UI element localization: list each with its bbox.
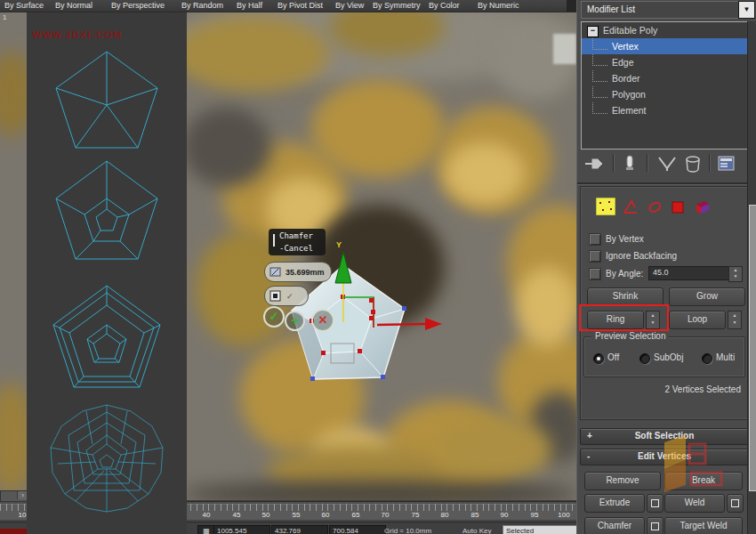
menu-by-symmetry[interactable]: By Symmetry	[373, 1, 421, 10]
ruler-label: 80	[441, 511, 449, 519]
loop-button[interactable]: Loop	[669, 311, 726, 329]
ruler-label: 95	[531, 511, 539, 519]
by-vertex-label[interactable]: By Vertex	[606, 234, 644, 244]
panel-scrollbar-thumb[interactable]	[749, 205, 756, 491]
loop-spinner[interactable]: ▲▼	[728, 311, 742, 329]
stack-row-vertex[interactable]: Vertex	[582, 38, 747, 54]
target-weld-button[interactable]: Target Weld	[664, 517, 743, 534]
remove-button[interactable]: Remove	[584, 472, 661, 490]
menu-by-perspective[interactable]: By Perspective	[111, 1, 165, 10]
subobject-vertex-icon[interactable]	[596, 198, 615, 215]
make-unique-icon[interactable]	[657, 156, 680, 172]
ruler-label: 65	[352, 511, 360, 519]
soft-selection-rollout-header[interactable]: + Soft Selection	[580, 428, 749, 445]
collapse-icon[interactable]: −	[587, 26, 599, 37]
caddy-tooltip-line2: -Cancel	[279, 242, 326, 255]
watermark-text: WWW.3DXF.COM	[32, 29, 122, 40]
ignore-backfacing-label[interactable]: Ignore Backfacing	[606, 251, 677, 261]
extrude-button[interactable]: Extrude	[584, 494, 645, 513]
by-angle-field[interactable]: 45.0	[648, 266, 730, 280]
preview-off-label[interactable]: Off	[607, 352, 619, 362]
stack-row-element[interactable]: Element	[582, 102, 747, 118]
caddy-amount-field[interactable]: 35.699mm	[264, 262, 332, 282]
remove-modifier-icon[interactable]	[684, 155, 702, 173]
transform-typein-icon[interactable]: ▦	[197, 525, 215, 534]
chamfer-amount-icon	[269, 266, 283, 278]
subobject-element-icon[interactable]	[694, 198, 712, 215]
by-angle-spinner[interactable]: ▲▼	[728, 266, 743, 282]
collapse-minus-icon[interactable]: -	[587, 449, 590, 464]
menu-by-normal[interactable]: By Normal	[55, 1, 92, 10]
horizontal-scrollbar[interactable]: ›	[0, 490, 28, 502]
menu-by-pivot-dist[interactable]: By Pivot Dist	[277, 1, 323, 10]
edit-vertices-title[interactable]: Edit Vertices	[638, 451, 691, 461]
preview-multi-radio[interactable]	[702, 353, 712, 364]
subobject-polygon-icon[interactable]	[672, 201, 685, 214]
pin-stack-icon[interactable]	[584, 155, 604, 173]
preview-multi-label[interactable]: Multi	[716, 352, 735, 362]
menu-by-surface[interactable]: By Surface	[4, 1, 44, 10]
ignore-backfacing-checkbox[interactable]	[589, 250, 601, 263]
extrude-settings-button[interactable]	[647, 494, 664, 513]
ruler-label: 40	[203, 511, 211, 519]
toggle-check-glyph: ✓	[286, 292, 294, 301]
break-button[interactable]: Break	[664, 472, 743, 490]
stack-root-label[interactable]: Editable Poly	[603, 22, 657, 38]
stack-row-edge[interactable]: Edge	[582, 54, 747, 70]
stack-item-label[interactable]: Polygon	[612, 86, 646, 102]
soft-selection-title[interactable]: Soft Selection	[635, 431, 695, 441]
caddy-apply-button[interactable]: +	[285, 311, 305, 331]
y-axis-label: Y	[336, 240, 342, 249]
stack-row-editable-poly[interactable]: − Editable Poly	[582, 22, 747, 38]
ruler-label: 45	[233, 511, 241, 519]
by-vertex-checkbox[interactable]	[589, 233, 601, 246]
stack-row-border[interactable]: Border	[582, 70, 747, 86]
grid-size-label: Grid = 10.0mm	[384, 527, 431, 534]
menu-by-view[interactable]: By View	[335, 1, 364, 10]
caddy-open-chamfer-toggle[interactable]: ✓	[264, 286, 309, 306]
photo-detail-card	[553, 34, 576, 64]
weld-button[interactable]: Weld	[664, 494, 725, 513]
stack-item-label[interactable]: Border	[612, 70, 640, 86]
caddy-ok-button[interactable]: ✓	[263, 306, 285, 328]
preview-subobj-label[interactable]: SubObj	[654, 352, 683, 362]
preview-subobj-radio[interactable]	[639, 353, 650, 364]
configure-modifier-sets-icon[interactable]	[718, 155, 737, 173]
caddy-cancel-button[interactable]: ✕	[311, 309, 334, 332]
menu-by-random[interactable]: By Random	[181, 1, 223, 10]
modifier-list-dropdown[interactable]: Modifier List	[581, 1, 746, 19]
preview-off-radio[interactable]	[593, 353, 604, 364]
stack-row-polygon[interactable]: Polygon	[582, 86, 747, 102]
ruler-label: 85	[471, 511, 479, 519]
modifier-list-dropdown-arrow-icon[interactable]: ▼	[738, 1, 755, 19]
expand-plus-icon[interactable]: +	[587, 429, 592, 443]
show-end-result-icon[interactable]	[623, 154, 636, 174]
ruler-label-10: 10	[19, 511, 27, 519]
z-coordinate-field[interactable]: 700.584	[329, 525, 386, 534]
x-coordinate-field[interactable]: 1005.545	[213, 525, 270, 534]
menu-by-color[interactable]: By Color	[429, 1, 460, 10]
grow-button[interactable]: Grow	[669, 287, 745, 306]
chamfer-settings-button[interactable]	[647, 517, 664, 534]
wireframe-stage4-smoothed	[31, 401, 182, 517]
chamfer-button[interactable]: Chamfer	[584, 517, 645, 534]
auto-key-button[interactable]: Auto Key	[462, 527, 491, 534]
reference-wireframe-panel: WWW.3DXF.COM	[27, 12, 187, 534]
selection-set-dropdown[interactable]: Selected	[503, 525, 581, 534]
subobject-border-icon[interactable]	[647, 199, 664, 214]
panel-scrollbar[interactable]	[747, 21, 756, 534]
stack-item-label[interactable]: Vertex	[612, 38, 639, 54]
menu-by-numeric[interactable]: By Numeric	[478, 1, 519, 10]
y-coordinate-field[interactable]: 432.769	[271, 525, 328, 534]
weld-settings-button[interactable]	[727, 494, 744, 513]
modifier-stack[interactable]: − Editable Poly Vertex Edge Border Polyg…	[581, 21, 748, 150]
by-angle-checkbox[interactable]	[589, 268, 601, 280]
caddy-amount-value[interactable]: 35.699mm	[286, 268, 325, 277]
by-angle-label[interactable]: By Angle:	[606, 269, 643, 279]
subobject-edge-icon[interactable]	[623, 199, 640, 214]
stack-item-label[interactable]: Element	[612, 102, 647, 118]
edit-vertices-rollout-header[interactable]: - Edit Vertices	[580, 449, 749, 465]
shrink-button[interactable]: Shrink	[587, 287, 664, 306]
menu-by-half[interactable]: By Half	[237, 1, 262, 10]
stack-item-label[interactable]: Edge	[612, 54, 634, 70]
